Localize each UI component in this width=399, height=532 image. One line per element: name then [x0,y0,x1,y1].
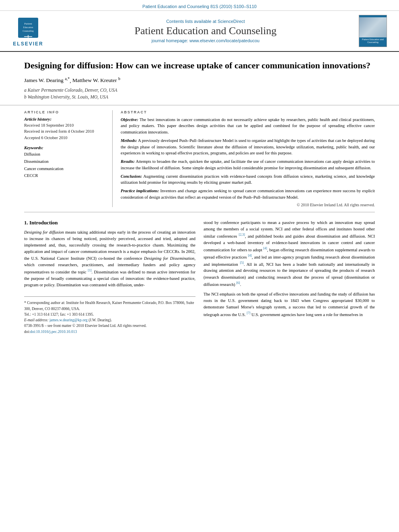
email-label: E-mail address: [24,318,49,322]
conclusion-label: Conclusion: [121,174,142,179]
intro-paragraph-2: stood by conference participants to mean… [204,220,375,288]
practice-label: Practice implications: [121,189,159,193]
journal-main-title: Patient Education and Counseling [52,25,359,37]
cover-title-text: Patient Education and Counseling [359,37,387,44]
footnote-star: * Corresponding author at: Institute for… [24,300,195,312]
ref-6[interactable]: [6] [236,281,240,285]
article-history: Article history: Received 18 September 2… [24,117,106,141]
article-info-abstract-section: ARTICLE INFO Article history: Received 1… [0,105,399,212]
email-name: (J.W. Dearing). [88,318,112,322]
intro-paragraph-3: The NCI emphasis on both the spread of e… [204,291,375,318]
elsevier-wordmark: ELSEVIER [13,41,43,47]
accepted-date: Accepted 6 October 2010 [24,135,106,141]
abstract-label: ABSTRACT [121,110,375,114]
results-label: Results: [121,159,135,164]
body-section: 1. Introduction Designing for diffusion … [0,212,399,342]
journal-ref-text: Patient Education and Counseling 81S (20… [142,4,257,9]
affiliation-b: b Washington University, St. Louis, MO, … [24,94,375,101]
history-label: Article history: [24,117,106,121]
issn-line: 0738-3991/$ – see front matter © 2010 El… [24,323,195,329]
svg-text:Education: Education [23,26,33,29]
abstract-conclusion: Conclusion: Augmenting current dissemina… [121,173,375,186]
homepage-url[interactable]: www.elsevier.com/locate/pateducou [189,38,259,43]
svg-text:Counseling: Counseling [23,30,33,32]
doi-line: doi:doi:10.1016/j.pec.2010.10.013 [24,329,195,335]
article-header: Designing for diffusion: How can we incr… [0,52,399,105]
body-right-column: stood by conference participants to mean… [204,220,375,335]
practice-text: Inventors and change agencies seeking to… [121,189,375,199]
affiliations: a Kaiser Permanente Colorado, Denver, CO… [24,87,375,101]
elsevier-tree-icon: Patient Education Counseling [16,16,40,40]
article-info-label: ARTICLE INFO [24,110,106,114]
intro-heading: 1. Introduction [24,220,195,226]
affiliation-a: a Kaiser Permanente Colorado, Denver, CO… [24,87,375,94]
body-left-column: 1. Introduction Designing for diffusion … [24,220,195,335]
intro-paragraph-1: Designing for diffusion means taking add… [24,229,195,289]
journal-title-block: Contents lists available at ScienceDirec… [52,19,359,43]
objective-label: Objective: [121,117,138,122]
received-revised-date: Received in revised form 4 October 2010 [24,128,106,135]
email-address[interactable]: james.w.dearing@kp.org [49,318,88,322]
abstract-practice: Practice implications: Inventors and cha… [121,188,375,201]
keyword-1: Diffusion [24,151,106,158]
objective-text: The best innovations in cancer communica… [121,117,375,135]
doi-link[interactable]: doi:10.1016/j.pec.2010.10.013 [30,330,77,334]
keyword-2: Dissemination [24,158,106,165]
journal-ref-bar: Patient Education and Counseling 81S (20… [0,0,399,11]
methods-text: A previously developed Push–Pull–Infrast… [121,138,375,156]
abstract-methods: Methods: A previously developed Push–Pul… [121,138,375,156]
ref-2-3[interactable]: [2,3] [239,233,245,236]
keyword-4: CECCR [24,172,106,179]
footnote-tel: Tel.: +1 313 614 1327; fax: +1 303 614 1… [24,312,195,317]
keywords-list: Diffusion Dissemination Cancer communica… [24,151,106,179]
ref-7[interactable]: [7] [247,311,250,315]
abstract-objective: Objective: The best innovations in cance… [121,117,375,136]
cover-photo [359,17,387,37]
author-dearing: James W. Dearing a,* [24,77,70,83]
ref-5[interactable]: [5] [240,261,244,265]
results-text: Attempts to broaden the reach, quicken t… [121,159,375,170]
footnotes: * Corresponding author at: Institute for… [24,296,195,335]
article-authors: James W. Dearing a,*, Matthew W. Kreuter… [24,76,375,84]
article-info-column: ARTICLE INFO Article history: Received 1… [24,110,113,207]
keywords-group: Keywords: Diffusion Dissemination Cancer… [24,145,106,179]
journal-header: Patient Education Counseling ELSEVIER Co… [0,11,399,52]
methods-label: Methods: [121,138,137,143]
journal-cover-image: Patient Education and Counseling [359,15,387,47]
elsevier-logo: Patient Education Counseling ELSEVIER [12,16,44,47]
ref-4a[interactable]: [4] [263,246,267,250]
ref-1[interactable]: [1] [88,269,91,272]
article-title: Designing for diffusion: How can we incr… [24,60,375,72]
sciencedirect-line: Contents lists available at ScienceDirec… [52,19,359,24]
sciencedirect-link-text[interactable]: ScienceDirect [218,19,245,24]
designing-dissemination-italic: Designing for Dissemination [144,256,194,261]
keyword-3: Cancer communication [24,165,106,173]
keywords-label: Keywords: [24,145,106,150]
received-date: Received 18 September 2010 [24,122,106,129]
copyright-line: © 2010 Elsevier Ireland Ltd. All rights … [121,203,375,207]
designing-diffusion-italic: Designing for diffusion [24,230,64,234]
abstract-column: ABSTRACT Objective: The best innovations… [121,110,375,207]
journal-homepage: journal homepage: www.elsevier.com/locat… [52,38,359,43]
abstract-results: Results: Attempts to broaden the reach, … [121,158,375,171]
author-kreuter: Matthew W. Kreuter b [72,77,120,83]
footnote-email: E-mail address: james.w.dearing@kp.org (… [24,317,195,323]
conclusion-text: Augmenting current dissemination practic… [121,174,375,185]
svg-text:Patient: Patient [24,22,32,25]
ref-4b[interactable]: [4] [248,254,252,257]
